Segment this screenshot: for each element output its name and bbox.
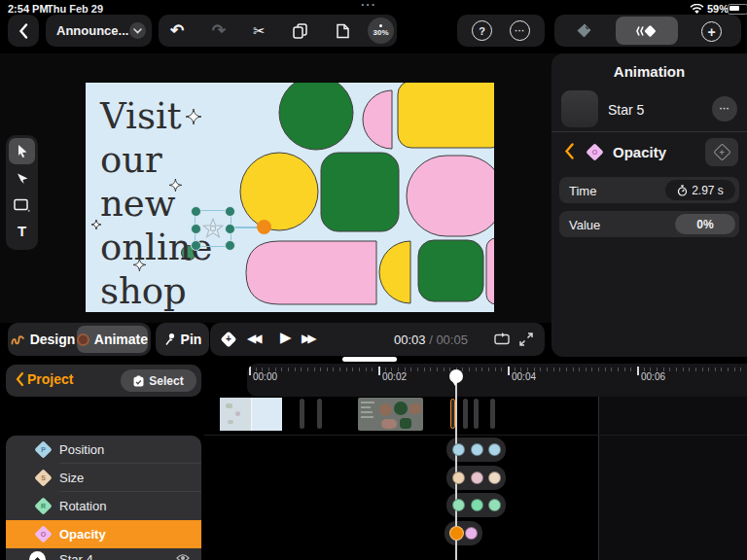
text-tool-icon: T xyxy=(18,223,26,239)
timeline-marker[interactable] xyxy=(490,399,495,429)
zoom-dot-icon xyxy=(379,24,382,27)
property-row-size[interactable]: S Size xyxy=(6,464,201,492)
project-back-button[interactable]: Project xyxy=(16,371,73,387)
keyframe-dot-opacity[interactable] xyxy=(465,527,478,540)
panel-divider xyxy=(551,131,747,132)
selection-handle[interactable] xyxy=(191,224,201,234)
plus-icon: + xyxy=(707,24,715,40)
timeline-marker[interactable] xyxy=(463,399,468,429)
keyframe-dot-size[interactable] xyxy=(488,472,501,484)
value-label: Value xyxy=(569,218,600,232)
fullscreen-icon[interactable] xyxy=(519,332,533,346)
design-tab[interactable]: Design xyxy=(8,323,78,356)
help-icon: ? xyxy=(479,25,485,37)
playhead-line[interactable] xyxy=(455,374,457,560)
battery-percent: 59% xyxy=(707,3,729,15)
sticker-pin-icon[interactable] xyxy=(577,23,591,38)
selection-handle[interactable] xyxy=(225,240,235,251)
canvas-headline[interactable]: Visit our new online shop xyxy=(100,94,213,312)
keyframe-dot-size[interactable] xyxy=(471,472,483,484)
pin-tab[interactable]: Pin xyxy=(156,323,209,356)
keyframe-button[interactable]: + xyxy=(217,328,240,351)
selection-handle[interactable] xyxy=(225,224,235,234)
multitask-indicator-icon[interactable]: ··· xyxy=(361,0,376,12)
timeline-scrollbar[interactable] xyxy=(342,357,397,362)
time-value-button[interactable]: 2.97 s xyxy=(665,180,735,200)
select-button[interactable]: Select xyxy=(121,369,196,392)
zoom-level-button[interactable]: 30% xyxy=(368,18,394,44)
animate-tab[interactable]: Animate xyxy=(77,326,148,353)
keyframe-dot-size[interactable] xyxy=(452,472,465,484)
select-tool[interactable] xyxy=(9,138,35,164)
value-amount-button[interactable]: 0% xyxy=(675,214,735,234)
property-panel: P Position S Size R Rotation O Opacity S… xyxy=(6,436,201,560)
chevron-down-icon xyxy=(129,22,146,39)
scene-thumbnail[interactable] xyxy=(220,398,282,431)
select-checklist-icon xyxy=(133,375,144,387)
document-title-button[interactable]: Announce... xyxy=(46,15,152,47)
animate-label: Animate xyxy=(94,332,148,347)
help-button[interactable]: ? xyxy=(472,20,492,41)
selection-handle[interactable] xyxy=(191,240,201,251)
copy-button[interactable] xyxy=(293,23,307,39)
clock-icon xyxy=(677,185,688,196)
selection-handle[interactable] xyxy=(225,206,235,217)
collapse-up-icon[interactable] xyxy=(29,551,46,560)
keyframe-dot-rotation[interactable] xyxy=(452,499,465,511)
ruler-label: 00:06 xyxy=(641,371,665,382)
zoom-level: 30% xyxy=(373,28,388,37)
project-label: Project xyxy=(27,371,73,387)
redo-button[interactable]: ↷ xyxy=(212,20,226,41)
layer-thumbnail[interactable] xyxy=(561,90,598,127)
shape-tool[interactable] xyxy=(9,192,35,218)
tool-palette: T xyxy=(6,135,38,250)
fast-forward-button[interactable]: ▶▶ xyxy=(302,332,313,345)
cut-button[interactable]: ✂ xyxy=(253,22,266,40)
property-label: Opacity xyxy=(59,527,106,542)
keyframe-span-bar[interactable] xyxy=(445,521,482,545)
property-back-button[interactable] xyxy=(564,143,574,159)
property-row-position[interactable]: P Position xyxy=(6,436,201,464)
canvas-artboard[interactable]: Visit our new online shop xyxy=(86,83,494,312)
keyframe-add-icon: + xyxy=(221,332,237,348)
design-label: Design xyxy=(30,332,76,347)
timeline-marker[interactable] xyxy=(317,399,322,429)
selection-handle[interactable] xyxy=(191,206,201,217)
paste-button[interactable] xyxy=(336,23,350,39)
timeline-marker-selected[interactable] xyxy=(450,399,455,429)
property-row-opacity-selected[interactable]: O Opacity xyxy=(6,520,201,548)
keyframe-dot-position[interactable] xyxy=(488,443,501,456)
loop-playback-icon[interactable] xyxy=(494,332,511,345)
property-row-rotation[interactable]: R Rotation xyxy=(6,492,201,520)
play-button[interactable]: ▶ xyxy=(280,329,292,346)
more-options-button[interactable]: ··· xyxy=(510,20,530,41)
node-tool[interactable] xyxy=(9,165,35,192)
selection-box[interactable] xyxy=(195,210,231,247)
keyframe-dot-position[interactable] xyxy=(471,443,483,456)
motion-path-endpoint[interactable] xyxy=(257,220,271,234)
playback-bar: + ◀◀ ▶ ▶▶ 00:03 / 00:05 xyxy=(210,323,545,356)
text-tool[interactable]: T xyxy=(9,218,35,244)
add-button[interactable]: + xyxy=(701,21,722,42)
back-button[interactable] xyxy=(8,15,39,47)
add-keyframe-button[interactable]: + xyxy=(705,138,738,166)
keyframe-diamond-icon: + xyxy=(713,143,730,160)
value-row: Value 0% xyxy=(559,211,739,237)
timeline-marker[interactable] xyxy=(474,399,479,429)
property-label: Position xyxy=(59,442,104,457)
layer-row-star4[interactable]: Star 4 xyxy=(6,548,201,560)
timeline-ruler[interactable]: 00:00 00:02 00:04 00:06 xyxy=(247,364,747,397)
animate-mode-button[interactable] xyxy=(616,17,678,45)
timeline-marker[interactable] xyxy=(300,399,304,429)
scene-thumbnail[interactable] xyxy=(358,398,423,431)
keyframe-dot-position[interactable] xyxy=(452,443,465,456)
rewind-button[interactable]: ◀◀ xyxy=(247,332,259,345)
panel-title: Animation xyxy=(551,63,747,80)
time-row: Time 2.97 s xyxy=(559,177,739,203)
visibility-eye-icon[interactable] xyxy=(176,553,190,560)
help-toolbar: ? ··· xyxy=(457,15,545,47)
keyframe-dot-rotation[interactable] xyxy=(471,499,483,511)
keyframe-dot-rotation[interactable] xyxy=(488,499,501,511)
layer-more-button[interactable]: ··· xyxy=(712,96,737,122)
undo-button[interactable]: ↶ xyxy=(170,20,184,41)
